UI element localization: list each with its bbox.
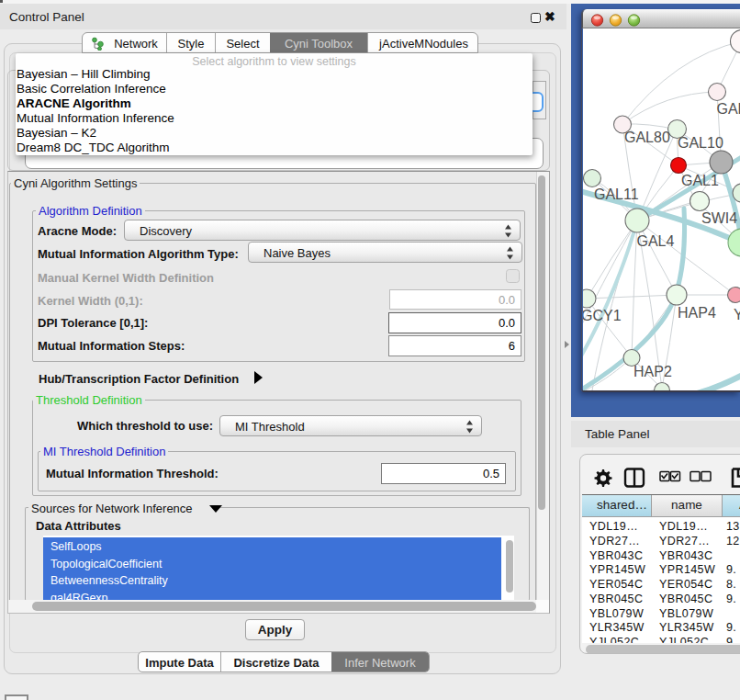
svg-text:GAL4: GAL4 xyxy=(637,233,675,249)
svg-text:Y: Y xyxy=(734,307,740,322)
svg-text:HAP2: HAP2 xyxy=(633,364,672,379)
svg-text:GAL: GAL xyxy=(717,101,740,117)
svg-text:SWI4: SWI4 xyxy=(701,210,737,226)
svg-text:GAL80: GAL80 xyxy=(624,130,670,145)
svg-text:GAL10: GAL10 xyxy=(678,135,723,151)
svg-text:GAL1: GAL1 xyxy=(681,173,719,188)
svg-text:GCY1: GCY1 xyxy=(583,308,622,323)
svg-text:GAL11: GAL11 xyxy=(594,186,639,202)
svg-text:HAP4: HAP4 xyxy=(678,305,716,321)
